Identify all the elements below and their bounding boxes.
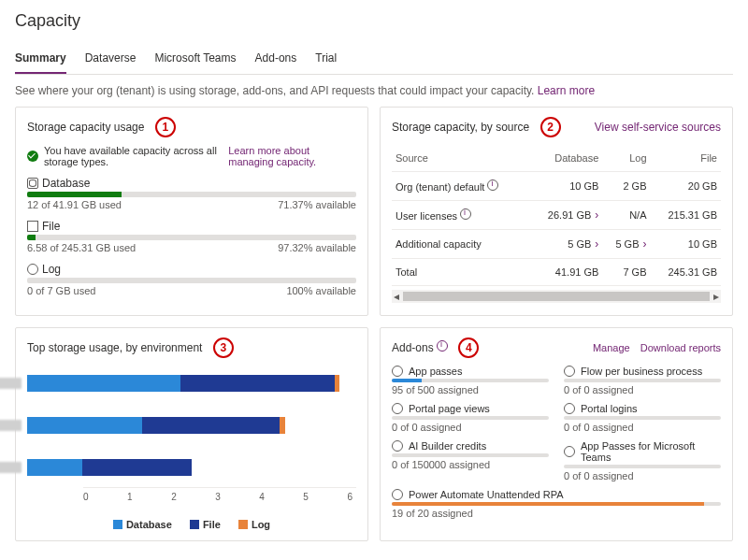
page-title: Capacity xyxy=(15,11,733,31)
addon-icon xyxy=(392,403,403,414)
cell-file: 20 GB xyxy=(651,172,722,201)
chart-bar xyxy=(27,375,339,392)
addon-item: App Passes for Microsoft Teams 0 of 0 as… xyxy=(564,440,721,481)
col-file: File xyxy=(651,145,722,172)
cell-file: 10 GB xyxy=(651,230,722,259)
addon-bar xyxy=(564,416,721,420)
addon-icon xyxy=(392,489,403,500)
addon-bar xyxy=(392,453,549,457)
cell-db: 26.91 GB› xyxy=(530,201,603,230)
addon-sub: 0 of 0 assigned xyxy=(392,422,549,433)
manage-link[interactable]: Manage xyxy=(593,342,630,353)
cell-log: 5 GB› xyxy=(602,230,650,259)
tab-addons[interactable]: Add-ons xyxy=(255,46,297,74)
cell-log: 2 GB xyxy=(602,172,650,201)
cell-db: 41.91 GB xyxy=(530,259,603,286)
horizontal-scrollbar[interactable]: ◂▸ xyxy=(392,290,721,303)
addon-bar xyxy=(392,502,721,506)
addon-item: Power Automate Unattended RPA 19 of 20 a… xyxy=(392,489,721,519)
table-row: User licenses 26.91 GB› N/A 215.31 GB xyxy=(392,201,721,230)
download-reports-link[interactable]: Download reports xyxy=(640,342,721,353)
chevron-right-icon[interactable]: › xyxy=(643,237,647,251)
cell-log: N/A xyxy=(602,201,650,230)
table-row: Total 41.91 GB 7 GB 245.31 GB xyxy=(392,259,721,286)
learn-more-link[interactable]: Learn more xyxy=(538,84,595,97)
check-icon xyxy=(27,151,38,162)
card-top-storage-env: Top storage usage, by environment 3 0123… xyxy=(15,327,368,541)
addon-bar xyxy=(564,465,721,468)
progress-bar xyxy=(27,235,356,240)
cell-log: 7 GB xyxy=(602,259,650,286)
addon-icon xyxy=(564,366,575,377)
cell-source: Org (tenant) default xyxy=(392,172,530,201)
table-row: Org (tenant) default 10 GB 2 GB 20 GB xyxy=(392,172,721,201)
card-storage-usage: Storage capacity usage 1 You have availa… xyxy=(15,107,368,316)
metric-used: 6.58 of 245.31 GB used xyxy=(27,242,136,253)
cell-source: Total xyxy=(392,259,530,286)
source-table: Source Database Log File Org (tenant) de… xyxy=(392,145,721,286)
addon-icon xyxy=(392,440,403,452)
file-icon xyxy=(27,221,38,232)
addon-bar xyxy=(392,379,549,382)
metric-label: File xyxy=(42,220,60,233)
col-log: Log xyxy=(602,145,650,172)
addon-sub: 0 of 0 assigned xyxy=(564,384,721,395)
card-title: Top storage usage, by environment xyxy=(27,341,202,354)
annotation-badge-4: 4 xyxy=(458,337,479,358)
progress-bar xyxy=(27,278,356,283)
annotation-badge-2: 2 xyxy=(540,117,561,137)
tab-teams[interactable]: Microsoft Teams xyxy=(154,46,236,74)
info-icon[interactable] xyxy=(487,179,498,191)
card-title: Storage capacity, by source xyxy=(392,121,529,134)
chevron-right-icon[interactable]: › xyxy=(595,208,598,222)
addon-bar xyxy=(564,379,721,382)
chart-bar xyxy=(27,459,192,476)
metric-used: 0 of 7 GB used xyxy=(27,285,95,296)
log-icon xyxy=(27,264,38,275)
view-sources-link[interactable]: View self-service sources xyxy=(595,121,721,134)
info-icon[interactable] xyxy=(437,340,448,352)
cell-db: 10 GB xyxy=(530,172,603,201)
tabs: Summary Dataverse Microsoft Teams Add-on… xyxy=(15,46,733,75)
addon-sub: 0 of 0 assigned xyxy=(564,470,721,481)
env-label xyxy=(0,462,22,473)
annotation-badge-1: 1 xyxy=(155,117,176,137)
addon-item: Portal logins 0 of 0 assigned xyxy=(564,403,721,433)
addon-bar xyxy=(392,416,549,420)
col-source: Source xyxy=(392,145,530,172)
addon-item: Flow per business process 0 of 0 assigne… xyxy=(564,366,721,395)
addon-icon xyxy=(564,446,575,457)
addon-name: Flow per business process xyxy=(581,366,702,377)
addon-icon xyxy=(564,403,575,414)
cell-db: 5 GB› xyxy=(530,230,603,259)
addon-icon xyxy=(392,366,403,377)
addon-item: Portal page views 0 of 0 assigned xyxy=(392,403,549,433)
env-label xyxy=(0,378,22,389)
chart-legend: Database File Log xyxy=(27,519,356,531)
addon-name: Power Automate Unattended RPA xyxy=(409,489,564,500)
addon-name: App passes xyxy=(409,366,462,377)
env-label xyxy=(0,420,22,431)
status-link[interactable]: Learn more about managing capacity. xyxy=(228,145,356,167)
database-icon xyxy=(27,178,38,189)
chart-bar xyxy=(27,417,285,434)
card-addons: Add-ons 4 Manage Download reports App pa… xyxy=(380,327,733,541)
tab-summary[interactable]: Summary xyxy=(15,46,66,74)
tab-dataverse[interactable]: Dataverse xyxy=(85,46,137,74)
card-title: Add-ons xyxy=(392,341,434,354)
addon-item: AI Builder credits 0 of 150000 assigned xyxy=(392,440,549,481)
metric-avail: 71.37% available xyxy=(278,199,356,210)
tab-trial[interactable]: Trial xyxy=(315,46,337,74)
metric-used: 12 of 41.91 GB used xyxy=(27,199,122,210)
addon-name: AI Builder credits xyxy=(409,440,486,452)
page-description: See where your org (tenant) is using sto… xyxy=(15,84,733,97)
status-text: You have available capacity across all s… xyxy=(44,145,223,167)
chevron-right-icon[interactable]: › xyxy=(595,237,598,251)
info-icon[interactable] xyxy=(460,208,471,220)
addon-name: Portal logins xyxy=(581,403,638,414)
addon-sub: 19 of 20 assigned xyxy=(392,508,721,519)
cell-file: 215.31 GB xyxy=(651,201,722,230)
env-chart: 0123456 xyxy=(27,366,356,515)
addon-name: App Passes for Microsoft Teams xyxy=(581,440,721,463)
addon-name: Portal page views xyxy=(409,403,490,414)
